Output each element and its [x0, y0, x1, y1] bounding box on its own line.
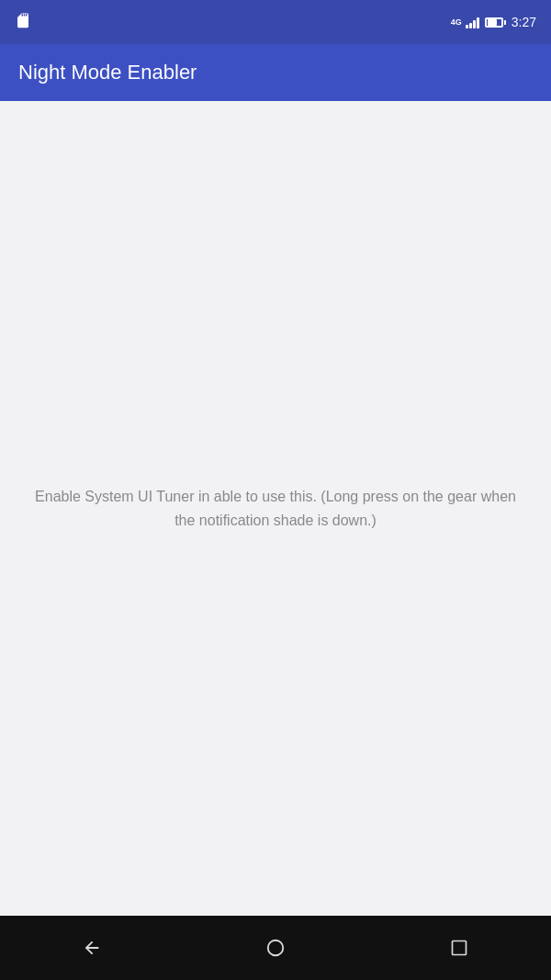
- signal-bar-1: [466, 25, 468, 28]
- back-button[interactable]: [64, 920, 119, 975]
- signal-bar-4: [477, 17, 479, 28]
- signal-bar-2: [469, 23, 472, 28]
- svg-point-0: [268, 941, 284, 956]
- battery-body: [485, 17, 503, 28]
- signal-group: 4G: [451, 16, 479, 28]
- main-content: Enable System UI Tuner in able to use th…: [0, 101, 551, 916]
- svg-rect-1: [453, 941, 467, 955]
- status-time: 3:27: [512, 15, 536, 29]
- info-text: Enable System UI Tuner in able to use th…: [28, 485, 523, 532]
- sd-card-icon: [15, 12, 31, 32]
- battery-fill: [488, 19, 497, 26]
- status-bar: 4G 3:27: [0, 0, 551, 44]
- battery-tip: [504, 20, 506, 25]
- status-bar-right: 4G 3:27: [451, 15, 536, 29]
- nav-bar: [0, 916, 551, 980]
- home-button[interactable]: [248, 920, 303, 975]
- app-title: Night Mode Enabler: [18, 61, 197, 84]
- recents-button[interactable]: [432, 920, 487, 975]
- app-bar: Night Mode Enabler: [0, 44, 551, 101]
- battery-icon: [485, 17, 506, 28]
- signal-bar-3: [473, 20, 476, 28]
- signal-type: 4G: [451, 17, 462, 27]
- signal-bars: [466, 16, 479, 28]
